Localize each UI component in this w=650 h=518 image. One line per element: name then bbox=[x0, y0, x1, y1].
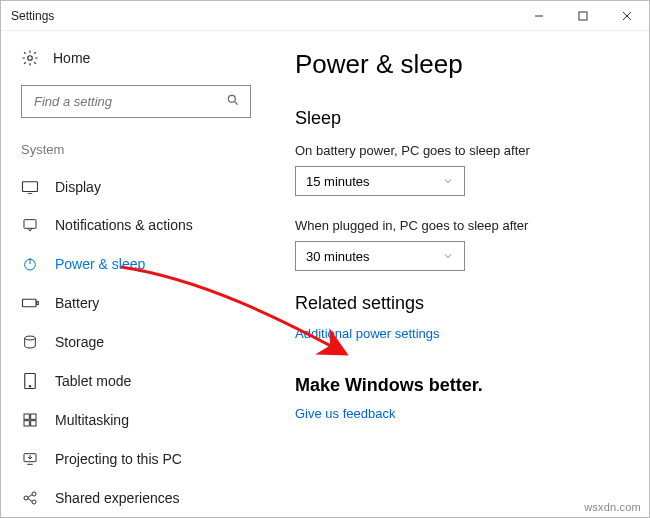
sidebar-item-label: Tablet mode bbox=[55, 373, 131, 389]
watermark: wsxdn.com bbox=[584, 501, 641, 513]
svg-point-14 bbox=[25, 336, 36, 340]
tablet-icon bbox=[21, 372, 39, 390]
battery-sleep-value: 15 minutes bbox=[306, 174, 370, 189]
battery-sleep-dropdown[interactable]: 15 minutes bbox=[295, 166, 465, 196]
chevron-down-icon bbox=[440, 175, 456, 187]
multitasking-icon bbox=[21, 412, 39, 428]
display-icon bbox=[21, 180, 39, 194]
svg-rect-20 bbox=[31, 420, 36, 425]
plugged-sleep-dropdown[interactable]: 30 minutes bbox=[295, 241, 465, 271]
title-bar: Settings bbox=[1, 1, 649, 31]
window-buttons bbox=[517, 1, 649, 31]
minimize-button[interactable] bbox=[517, 1, 561, 31]
feedback-heading: Make Windows better. bbox=[295, 375, 629, 396]
svg-rect-9 bbox=[24, 220, 36, 229]
sidebar-item-label: Projecting to this PC bbox=[55, 451, 182, 467]
sidebar-item-label: Multitasking bbox=[55, 412, 129, 428]
svg-point-5 bbox=[228, 95, 235, 102]
home-button[interactable]: Home bbox=[21, 45, 251, 85]
svg-rect-7 bbox=[23, 181, 38, 191]
svg-rect-17 bbox=[24, 414, 29, 419]
svg-line-25 bbox=[28, 494, 32, 497]
svg-rect-1 bbox=[579, 12, 587, 20]
search-input[interactable] bbox=[21, 85, 251, 118]
svg-rect-15 bbox=[25, 373, 36, 388]
sidebar-item-label: Display bbox=[55, 179, 101, 195]
home-label: Home bbox=[53, 50, 90, 66]
chevron-down-icon bbox=[440, 250, 456, 262]
battery-sleep-label: On battery power, PC goes to sleep after bbox=[295, 143, 629, 158]
svg-line-26 bbox=[28, 498, 32, 501]
storage-icon bbox=[21, 334, 39, 350]
sidebar-item-battery[interactable]: Battery bbox=[17, 284, 251, 323]
svg-point-16 bbox=[29, 385, 31, 387]
sidebar-item-label: Battery bbox=[55, 295, 99, 311]
shared-icon bbox=[21, 490, 39, 506]
window-title: Settings bbox=[11, 9, 54, 23]
maximize-button[interactable] bbox=[561, 1, 605, 31]
sidebar-item-multitasking[interactable]: Multitasking bbox=[17, 400, 251, 439]
related-heading: Related settings bbox=[295, 293, 629, 314]
sidebar-item-notifications[interactable]: Notifications & actions bbox=[17, 206, 251, 245]
sidebar: Home System Display Notifications & acti… bbox=[1, 31, 271, 517]
sidebar-item-power[interactable]: Power & sleep bbox=[17, 245, 251, 284]
search-icon bbox=[226, 93, 240, 110]
notifications-icon bbox=[21, 217, 39, 233]
plugged-sleep-label: When plugged in, PC goes to sleep after bbox=[295, 218, 629, 233]
svg-rect-12 bbox=[23, 299, 37, 307]
sleep-heading: Sleep bbox=[295, 108, 629, 129]
svg-rect-18 bbox=[31, 414, 36, 419]
sidebar-item-label: Shared experiences bbox=[55, 490, 180, 506]
svg-rect-19 bbox=[24, 420, 29, 425]
battery-icon bbox=[21, 297, 39, 309]
category-label: System bbox=[21, 142, 251, 157]
additional-power-settings-link[interactable]: Additional power settings bbox=[295, 326, 629, 341]
svg-point-4 bbox=[28, 56, 33, 61]
gear-icon bbox=[21, 49, 39, 67]
plugged-sleep-value: 30 minutes bbox=[306, 249, 370, 264]
svg-point-24 bbox=[32, 500, 36, 504]
sidebar-item-projecting[interactable]: Projecting to this PC bbox=[17, 439, 251, 478]
sidebar-item-display[interactable]: Display bbox=[17, 167, 251, 206]
power-icon bbox=[21, 256, 39, 272]
sidebar-item-label: Notifications & actions bbox=[55, 217, 193, 233]
projecting-icon bbox=[21, 451, 39, 467]
feedback-link[interactable]: Give us feedback bbox=[295, 406, 629, 421]
search-field[interactable] bbox=[32, 93, 226, 110]
page-title: Power & sleep bbox=[295, 49, 629, 80]
sidebar-item-label: Power & sleep bbox=[55, 256, 145, 272]
svg-point-22 bbox=[24, 496, 28, 500]
sidebar-item-label: Storage bbox=[55, 334, 104, 350]
svg-rect-13 bbox=[37, 302, 39, 305]
main-panel: Power & sleep Sleep On battery power, PC… bbox=[271, 31, 649, 517]
svg-point-23 bbox=[32, 492, 36, 496]
sidebar-item-shared[interactable]: Shared experiences bbox=[17, 478, 251, 517]
svg-line-6 bbox=[235, 102, 238, 105]
sidebar-item-tablet[interactable]: Tablet mode bbox=[17, 361, 251, 400]
sidebar-item-storage[interactable]: Storage bbox=[17, 323, 251, 362]
close-button[interactable] bbox=[605, 1, 649, 31]
